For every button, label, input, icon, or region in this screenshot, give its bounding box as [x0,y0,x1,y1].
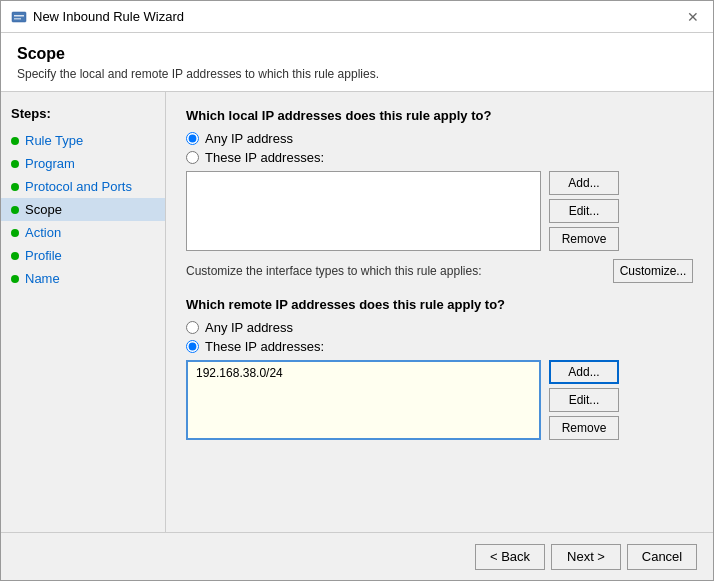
remote-any-radio[interactable] [186,321,199,334]
sidebar-label-protocol-ports: Protocol and Ports [25,179,132,194]
wizard-window: New Inbound Rule Wizard ✕ Scope Specify … [0,0,714,581]
remote-ip-box-row: 192.168.38.0/24 Add... Edit... Remove [186,360,693,440]
title-bar: New Inbound Rule Wizard ✕ [1,1,713,33]
main-content: Steps: Rule Type Program Protocol and Po… [1,92,713,532]
local-these-label: These IP addresses: [205,150,324,165]
local-ip-buttons: Add... Edit... Remove [549,171,619,251]
cancel-button[interactable]: Cancel [627,544,697,570]
local-ip-section-title: Which local IP addresses does this rule … [186,108,693,123]
sidebar-label-name: Name [25,271,60,286]
sidebar-steps-label: Steps: [1,102,165,129]
sidebar-item-rule-type[interactable]: Rule Type [1,129,165,152]
remote-remove-button[interactable]: Remove [549,416,619,440]
local-edit-button[interactable]: Edit... [549,199,619,223]
local-ip-radio-group: Any IP address These IP addresses: [186,131,693,165]
remote-ip-section-title: Which remote IP addresses does this rule… [186,297,693,312]
sidebar-label-action: Action [25,225,61,240]
step-dot-protocol-ports [11,183,19,191]
remote-ip-radio-group: Any IP address These IP addresses: [186,320,693,354]
sidebar-label-profile: Profile [25,248,62,263]
step-dot-action [11,229,19,237]
local-these-radio[interactable] [186,151,199,164]
sidebar-label-scope: Scope [25,202,62,217]
sidebar-item-protocol-ports[interactable]: Protocol and Ports [1,175,165,198]
local-any-radio[interactable] [186,132,199,145]
sidebar-item-profile[interactable]: Profile [1,244,165,267]
next-button[interactable]: Next > [551,544,621,570]
step-dot-program [11,160,19,168]
remote-edit-button[interactable]: Edit... [549,388,619,412]
local-any-row: Any IP address [186,131,693,146]
local-ip-box-row: Add... Edit... Remove [186,171,693,251]
sidebar: Steps: Rule Type Program Protocol and Po… [1,92,166,532]
svg-rect-1 [14,15,24,17]
svg-rect-2 [14,18,21,20]
remote-these-row: These IP addresses: [186,339,693,354]
local-ip-textbox[interactable] [186,171,541,251]
back-button[interactable]: < Back [475,544,545,570]
step-dot-name [11,275,19,283]
remote-any-label: Any IP address [205,320,293,335]
content-area: Which local IP addresses does this rule … [166,92,713,532]
step-dot-profile [11,252,19,260]
page-header: Scope Specify the local and remote IP ad… [1,33,713,92]
local-these-row: These IP addresses: [186,150,693,165]
title-bar-left: New Inbound Rule Wizard [11,9,184,25]
remote-add-button[interactable]: Add... [549,360,619,384]
page-title: Scope [17,45,697,63]
remote-ip-buttons: Add... Edit... Remove [549,360,619,440]
footer: < Back Next > Cancel [1,532,713,580]
customize-button[interactable]: Customize... [613,259,693,283]
title-text: New Inbound Rule Wizard [33,9,184,24]
sidebar-label-program: Program [25,156,75,171]
close-button[interactable]: ✕ [683,7,703,27]
sidebar-label-rule-type: Rule Type [25,133,83,148]
customize-row: Customize the interface types to which t… [186,259,693,283]
local-remove-button[interactable]: Remove [549,227,619,251]
sidebar-item-scope[interactable]: Scope [1,198,165,221]
remote-any-row: Any IP address [186,320,693,335]
remote-ip-entry: 192.168.38.0/24 [192,364,535,382]
sidebar-item-action[interactable]: Action [1,221,165,244]
window-icon [11,9,27,25]
sidebar-item-program[interactable]: Program [1,152,165,175]
page-subtitle: Specify the local and remote IP addresse… [17,67,697,81]
local-add-button[interactable]: Add... [549,171,619,195]
step-dot-scope [11,206,19,214]
sidebar-item-name[interactable]: Name [1,267,165,290]
step-dot-rule-type [11,137,19,145]
remote-ip-textbox-container[interactable]: 192.168.38.0/24 [186,360,541,440]
remote-these-label: These IP addresses: [205,339,324,354]
remote-these-radio[interactable] [186,340,199,353]
local-any-label: Any IP address [205,131,293,146]
svg-rect-0 [12,12,26,22]
customize-text: Customize the interface types to which t… [186,264,481,278]
